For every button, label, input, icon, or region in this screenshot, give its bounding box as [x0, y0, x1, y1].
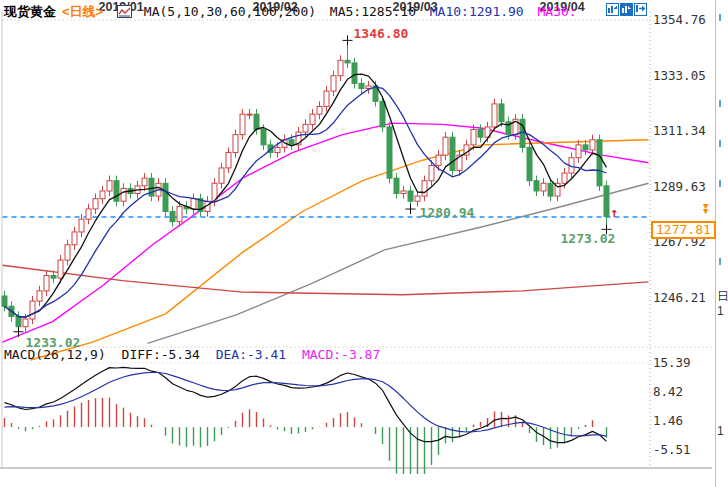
macd-axis-label: 8.42	[653, 384, 711, 399]
ma10-value: MA10:1291.90	[430, 4, 524, 19]
price-axis-label: 1311.34	[653, 123, 711, 138]
clipped-mark	[719, 180, 721, 187]
price-axis-label: 1354.76	[653, 12, 711, 27]
low-price-label-mar: 1280.94	[420, 205, 475, 220]
macd-axis-label: 1.46	[653, 413, 711, 428]
macd-diff-value: DIFF:-5.34	[122, 347, 200, 362]
chart-header: 现货黄金<日线> MA(5,10,30,60,100,200) MA5:1285…	[4, 3, 583, 19]
price-axis-label: 1289.63	[653, 179, 711, 194]
high-price-label: 1346.80	[354, 26, 409, 41]
macd-axis-label: 15.39	[653, 355, 711, 370]
macd-axis-label: -5.51	[653, 442, 711, 457]
zoom-out-icon	[621, 2, 632, 17]
clipped-text: 1	[717, 424, 724, 438]
macd-dea-value: DEA:-3.41	[216, 347, 286, 362]
macd-header: MACD(26,12,9) DIFF:-5.34 DEA:-3.41 MACD:…	[4, 347, 388, 362]
ma5-value: MA5:1285.10	[330, 4, 416, 19]
price-axis-label: 1246.21	[653, 290, 711, 305]
chart-window: 现货黄金<日线> MA(5,10,30,60,100,200) MA5:1285…	[0, 0, 728, 487]
pan-right-icon	[635, 2, 646, 17]
price-chart-canvas[interactable]	[0, 0, 728, 487]
ma30-value: MA30:	[538, 4, 577, 19]
clipped-mark	[719, 140, 721, 147]
symbol-name: 现货黄金	[4, 4, 56, 19]
last-candle-arrow-icon: ↑	[611, 205, 619, 220]
ma-settings-label: MA(5,10,30,60,100,200)	[144, 4, 316, 19]
clipped-text: 1	[717, 304, 724, 318]
clipped-mark	[719, 100, 721, 107]
period-label: <日线>	[62, 4, 103, 19]
chart-toolbar	[606, 3, 647, 16]
current-price-marker-icon: ▼▼	[703, 204, 708, 214]
clipped-text: 日	[717, 288, 728, 305]
zoom-in-icon	[607, 2, 618, 17]
chart-icon	[117, 4, 140, 19]
macd-settings-label: MACD(26,12,9)	[4, 347, 106, 362]
current-price-tag: 1277.81	[651, 221, 716, 239]
clipped-mark	[719, 258, 721, 265]
pan-right-button[interactable]	[634, 3, 647, 16]
macd-macd-value: MACD:-3.87	[302, 347, 380, 362]
clipped-mark	[719, 14, 721, 21]
zoom-out-button[interactable]	[620, 3, 633, 16]
zoom-in-button[interactable]	[606, 3, 619, 16]
price-axis-label: 1333.05	[653, 68, 711, 83]
clipped-panel-edge: 日 1 1	[715, 0, 728, 487]
low-price-label-apr: 1273.02	[561, 231, 616, 246]
